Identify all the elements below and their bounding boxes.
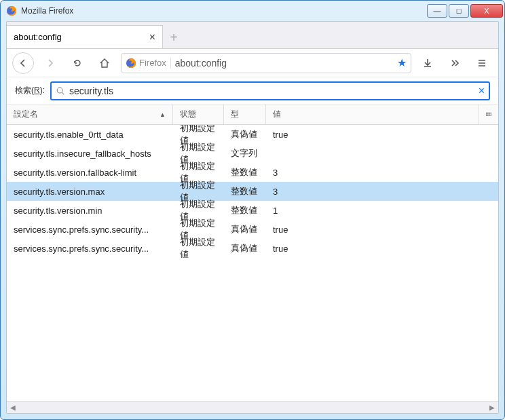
home-button[interactable] xyxy=(94,52,115,74)
hamburger-icon xyxy=(476,58,487,69)
pref-type: 真偽値 xyxy=(224,223,266,235)
search-row: 検索(R): × xyxy=(7,77,498,104)
titlebar[interactable]: Mozilla Firefox — □ X xyxy=(1,1,504,21)
pref-value: true xyxy=(266,225,498,235)
column-picker-button[interactable] xyxy=(479,104,498,124)
firefox-icon xyxy=(6,5,17,16)
column-header-status[interactable]: 状態 xyxy=(173,104,224,124)
firefox-badge: Firefox xyxy=(126,58,171,69)
pref-type: 真偽値 xyxy=(224,242,266,254)
column-header-value[interactable]: 値 xyxy=(266,104,479,124)
preference-row[interactable]: security.tls.insecure_fallback_hosts初期設定… xyxy=(7,144,498,163)
scroll-right-icon[interactable]: ▶ xyxy=(486,402,498,413)
arrow-left-icon xyxy=(18,58,29,69)
column-picker-icon xyxy=(486,111,491,119)
reload-button[interactable] xyxy=(67,52,88,74)
window-title: Mozilla Firefox xyxy=(21,6,427,16)
preference-row[interactable]: services.sync.prefs.sync.security...初期設定… xyxy=(7,239,498,258)
arrow-right-icon xyxy=(45,58,56,69)
pref-value: 3 xyxy=(266,168,498,178)
navbar: Firefox about:config ★ xyxy=(7,49,498,77)
preference-row[interactable]: security.tls.version.fallback-limit初期設定値… xyxy=(7,163,498,182)
pref-type: 整数値 xyxy=(224,204,266,216)
tab-strip: about:config × + xyxy=(7,22,498,49)
downloads-button[interactable] xyxy=(417,52,438,74)
menu-button[interactable] xyxy=(471,52,493,74)
clear-search-icon[interactable]: × xyxy=(479,85,485,97)
pref-name: security.tls.insecure_fallback_hosts xyxy=(7,149,173,159)
pref-value: true xyxy=(266,130,498,140)
firefox-icon xyxy=(126,58,136,69)
pref-value: true xyxy=(266,244,498,254)
maximize-button[interactable]: □ xyxy=(449,4,469,18)
pref-type: 文字列 xyxy=(224,147,266,159)
tab-close-icon[interactable]: × xyxy=(149,31,155,43)
search-label: 検索(R): xyxy=(15,85,45,96)
preference-rows: security.tls.enable_0rtt_data初期設定値真偽値tru… xyxy=(7,125,498,258)
back-button[interactable] xyxy=(12,52,34,74)
sort-asc-icon: ▲ xyxy=(160,111,166,118)
preference-row[interactable]: services.sync.prefs.sync.security...初期設定… xyxy=(7,220,498,239)
search-input[interactable] xyxy=(65,85,479,96)
svg-point-2 xyxy=(57,88,62,93)
search-icon xyxy=(56,86,65,96)
window-frame: Mozilla Firefox — □ X about:config × + xyxy=(0,0,505,420)
tab-label: about:config xyxy=(14,32,62,42)
pref-type: 真偽値 xyxy=(224,128,266,140)
grid-header: 設定名 ▲ 状態 型 値 xyxy=(7,104,498,125)
pref-type: 整数値 xyxy=(224,185,266,197)
pref-value: 1 xyxy=(266,206,498,216)
pref-name: security.tls.version.max xyxy=(7,187,173,197)
firefox-badge-label: Firefox xyxy=(139,58,166,68)
scroll-left-icon[interactable]: ◀ xyxy=(7,402,19,413)
search-box[interactable]: × xyxy=(50,81,490,100)
pref-name: security.tls.version.min xyxy=(7,206,173,216)
new-tab-button[interactable]: + xyxy=(163,26,185,48)
horizontal-scrollbar[interactable]: ◀ ▶ xyxy=(7,401,498,413)
bookmark-star-icon[interactable]: ★ xyxy=(397,56,407,69)
column-header-type[interactable]: 型 xyxy=(224,104,266,124)
close-button[interactable]: X xyxy=(470,4,503,18)
forward-button[interactable] xyxy=(39,52,61,74)
home-icon xyxy=(99,58,110,69)
download-icon xyxy=(422,58,433,69)
column-header-name[interactable]: 設定名 ▲ xyxy=(7,104,173,124)
overflow-button[interactable] xyxy=(444,52,466,74)
pref-type: 整数値 xyxy=(224,166,266,178)
preference-row[interactable]: security.tls.version.max初期設定値整数値3 xyxy=(7,182,498,201)
window-controls: — □ X xyxy=(427,4,503,18)
minimize-button[interactable]: — xyxy=(427,4,447,18)
url-bar[interactable]: Firefox about:config ★ xyxy=(121,53,411,73)
pref-status: 初期設定値 xyxy=(173,236,224,258)
scroll-track[interactable] xyxy=(19,402,486,413)
url-text: about:config xyxy=(175,58,393,69)
reload-icon xyxy=(72,58,83,69)
pref-name: services.sync.prefs.sync.security... xyxy=(7,244,173,254)
content-area: about:config × + xyxy=(6,21,499,414)
preference-row[interactable]: security.tls.version.min初期設定値整数値1 xyxy=(7,201,498,220)
pref-value: 3 xyxy=(266,187,498,197)
preference-row[interactable]: security.tls.enable_0rtt_data初期設定値真偽値tru… xyxy=(7,125,498,144)
pref-name: security.tls.version.fallback-limit xyxy=(7,168,173,178)
pref-name: services.sync.prefs.sync.security... xyxy=(7,225,173,235)
tab-about-config[interactable]: about:config × xyxy=(7,25,163,48)
chevron-double-right-icon xyxy=(449,58,460,69)
svg-rect-3 xyxy=(487,113,491,116)
pref-name: security.tls.enable_0rtt_data xyxy=(7,130,173,140)
